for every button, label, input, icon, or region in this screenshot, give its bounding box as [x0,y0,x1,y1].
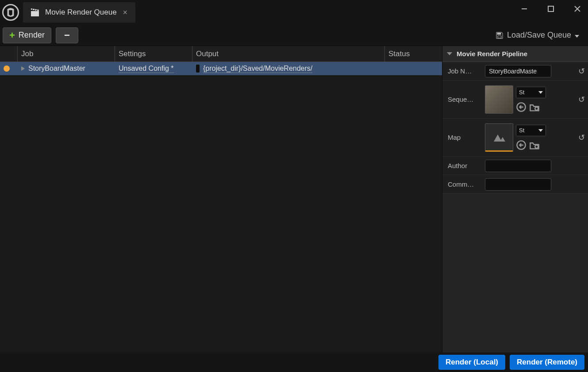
plus-icon: + [9,31,15,40]
row-output-path[interactable]: {project_dir}/Saved/MovieRenders/ [203,65,312,73]
label-author: Author [442,162,483,169]
reset-sequence[interactable]: ↺ [575,95,588,104]
reset-icon: ↺ [578,66,585,76]
queue-body [0,75,442,353]
render-label: Render [19,31,45,40]
toolbar: + Render − Load/Save Queue [0,25,588,46]
label-job-name: Job N… [442,67,483,75]
load-save-queue-button[interactable]: Load/Save Queue [489,28,585,42]
expand-icon[interactable] [21,66,25,71]
table-row[interactable]: StoryBoardMaster Unsaved Config * {proje… [0,62,442,75]
svg-rect-7 [548,6,553,12]
input-job-name[interactable] [485,65,551,77]
header-job[interactable]: Job [18,46,115,61]
reset-job-name[interactable]: ↺ [575,66,588,76]
sequence-thumbnail[interactable] [485,85,513,114]
sequence-dropdown[interactable]: St [516,87,546,98]
map-dropdown[interactable]: St [516,125,546,136]
reset-icon: ↺ [578,95,585,104]
table-header: Job Settings Output Status [0,46,442,62]
label-map: Map [442,134,483,141]
details-title: Movie Render Pipeline [457,50,527,58]
input-author[interactable] [485,160,551,172]
clapperboard-icon [31,8,39,16]
render-remote-button[interactable]: Render (Remote) [510,355,584,370]
title-bar: Movie Render Queue × [0,0,588,25]
main-area: Job Settings Output Status StoryBoardMas… [0,46,588,353]
unreal-logo-icon [2,4,19,21]
header-status[interactable]: Status [385,46,442,61]
svg-rect-10 [497,33,501,35]
prop-sequence: Seque… St ↺ [442,81,588,119]
chevron-down-icon [575,31,579,40]
svg-marker-11 [575,35,579,38]
reset-map[interactable]: ↺ [575,133,588,142]
maximize-button[interactable] [544,2,558,16]
prop-job-name: Job N… ↺ [442,62,588,81]
render-add-button[interactable]: + Render [3,27,51,43]
input-comment[interactable] [485,178,551,191]
window-tab[interactable]: Movie Render Queue × [23,2,135,23]
render-local-button[interactable]: Render (Local) [438,355,505,370]
label-sequence: Seque… [442,96,483,103]
svg-marker-14 [494,134,502,142]
browse-icon[interactable] [529,102,540,112]
header-toggle [0,46,18,61]
browse-icon[interactable] [529,140,540,150]
svg-marker-15 [500,137,505,142]
svg-rect-1 [31,11,39,16]
details-body [442,194,588,353]
chevron-down-icon [538,129,543,132]
minimize-button[interactable] [517,2,531,16]
svg-point-0 [3,5,19,20]
chevron-down-icon [538,91,543,94]
row-job-name: StoryBoardMaster [28,65,85,73]
svg-point-17 [535,145,538,148]
row-status [385,62,442,75]
reset-icon: ↺ [578,133,585,142]
status-dot-icon [4,65,10,72]
details-header[interactable]: Movie Render Pipeline [442,46,588,62]
row-settings-link[interactable]: Unsaved Config * [119,65,174,73]
tab-title: Movie Render Queue [45,8,117,17]
details-panel: Movie Render Pipeline Job N… ↺ Seque… St… [442,46,588,353]
save-icon [496,31,503,39]
prop-map: Map St ↺ [442,119,588,157]
header-settings[interactable]: Settings [115,46,192,61]
label-comment: Comm… [442,180,483,188]
header-output[interactable]: Output [192,46,385,61]
svg-point-13 [535,107,538,110]
load-save-label: Load/Save Queue [507,31,571,40]
tab-close-icon[interactable]: × [123,8,128,17]
close-button[interactable] [570,2,584,16]
window-controls [517,2,584,16]
queue-panel: Job Settings Output Status StoryBoardMas… [0,46,442,353]
footer: Render (Local) Render (Remote) [0,353,588,372]
prop-comment: Comm… [442,175,588,194]
prop-author: Author [442,157,588,175]
use-selected-icon[interactable] [516,102,527,112]
use-selected-icon[interactable] [516,140,527,150]
collapse-icon [447,52,452,55]
map-thumbnail[interactable] [485,123,513,152]
remove-button[interactable]: − [56,27,78,43]
